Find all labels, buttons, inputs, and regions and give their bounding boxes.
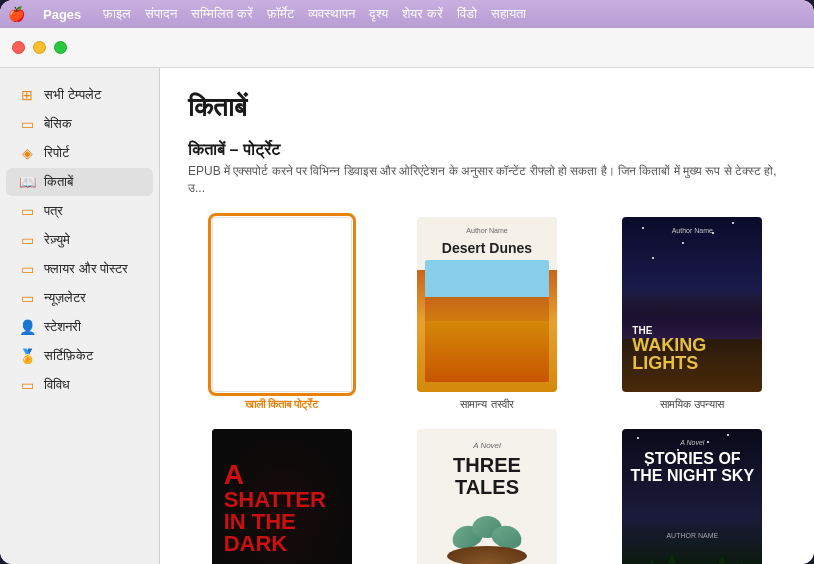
sidebar-label: किताबें [44,174,73,190]
menubar: 🍎 Pages फ़ाइल संपादन सम्मिलित करें फ़ॉर्… [0,0,814,28]
basic-icon: ▭ [18,115,36,133]
menu-arrange[interactable]: व्यवस्थापन [308,6,355,22]
stories-cover: A Novel STORIES OF THE NIGHT SKY AUTHOR [622,429,762,564]
sidebar-label: फ्लायर और पोस्टर [44,261,128,277]
svg-marker-2 [652,554,692,564]
menu-help[interactable]: सहायता [491,6,526,22]
desert-image [425,260,549,382]
template-thumb-three[interactable]: A Novel THREE TALES AUTHOR NAME [417,429,557,564]
sidebar-label: रेज़्युमे [44,232,70,248]
traffic-lights [12,41,67,54]
misc-icon: ▭ [18,376,36,394]
sidebar-item-report[interactable]: ◈ रिपोर्ट [6,139,153,167]
grid-icon: ⊞ [18,86,36,104]
flyer-icon: ▭ [18,260,36,278]
sidebar-label: स्टेशनरी [44,319,81,335]
book-icon: 📖 [18,173,36,191]
template-label-blank: खाली किताब पोर्ट्रेट [245,398,318,411]
waking-cover: Author Name THE WAKING [622,217,762,392]
shatter-dark: DARK [224,533,288,555]
section-description: EPUB में एक्सपोर्ट करने पर विभिन्न डिवाइ… [188,163,786,197]
sidebar-label: बेसिक [44,116,72,132]
template-item-stories[interactable]: A Novel STORIES OF THE NIGHT SKY AUTHOR [599,429,786,564]
waking-lights: LIGHTS [632,354,706,372]
sidebar-item-flyer[interactable]: ▭ फ्लायर और पोस्टर [6,255,153,283]
template-grid: खाली किताब पोर्ट्रेट Author Name Desert … [188,217,786,564]
waking-title: THE WAKING LIGHTS [632,325,706,372]
sidebar-label: सर्टिफ़िकेट [44,348,93,364]
template-item-blank[interactable]: खाली किताब पोर्ट्रेट [188,217,375,411]
fullscreen-button[interactable] [54,41,67,54]
svg-marker-1 [637,559,667,564]
close-button[interactable] [12,41,25,54]
letter-icon: ▭ [18,202,36,220]
app-name[interactable]: Pages [43,7,81,22]
shatter-shatter: SHATTER [224,489,326,511]
stationery-icon: 👤 [18,318,36,336]
template-label-waking: सामयिक उपन्यास [660,398,724,411]
desert-author: Author Name [425,227,549,234]
sidebar-item-basic[interactable]: ▭ बेसिक [6,110,153,138]
app-window: 🍎 Pages फ़ाइल संपादन सम्मिलित करें फ़ॉर्… [0,0,814,564]
nest [447,546,527,564]
content-area: किताबें किताबें – पोर्ट्रेट EPUB में एक्… [160,68,814,564]
template-item-waking[interactable]: Author Name THE WAKING [599,217,786,411]
report-icon: ◈ [18,144,36,162]
waking-the: THE [632,325,706,336]
sidebar-item-resume[interactable]: ▭ रेज़्युमे [6,226,153,254]
main-layout: ⊞ सभी टेम्पलेट ▭ बेसिक ◈ रिपोर्ट 📖 किताब… [0,68,814,564]
three-cover: A Novel THREE TALES AUTHOR NAME [417,429,557,564]
shatter-a: A [224,461,244,489]
sidebar-item-books[interactable]: 📖 किताबें [6,168,153,196]
template-thumb-desert[interactable]: Author Name Desert Dunes [417,217,557,392]
titlebar [0,28,814,68]
three-novel: A Novel [473,441,501,450]
sidebar-label: न्यूज़लेटर [44,290,86,306]
menu-file[interactable]: फ़ाइल [103,6,131,22]
menu-edit[interactable]: संपादन [145,6,177,22]
sidebar: ⊞ सभी टेम्पलेट ▭ बेसिक ◈ रिपोर्ट 📖 किताब… [0,68,160,564]
menu-view[interactable]: दृश्य [369,6,388,22]
template-thumb-stories[interactable]: A Novel STORIES OF THE NIGHT SKY AUTHOR [622,429,762,564]
template-item-shatter[interactable]: A SHATTER IN THE DARK AUTHOR NAME [188,429,375,564]
page-title: किताबें [188,92,786,123]
shatter-in: IN THE [224,511,296,533]
desert-title: Desert Dunes [425,240,549,256]
template-item-desert[interactable]: Author Name Desert Dunes सामान्य तस्वीर [393,217,580,411]
template-thumb-blank[interactable] [212,217,352,392]
minimize-button[interactable] [33,41,46,54]
blank-thumb [212,217,352,392]
template-thumb-shatter[interactable]: A SHATTER IN THE DARK AUTHOR NAME [212,429,352,564]
newsletter-icon: ▭ [18,289,36,307]
menu-window[interactable]: विंडो [457,6,477,22]
certificate-icon: 🏅 [18,347,36,365]
sidebar-label: रिपोर्ट [44,145,69,161]
sidebar-item-stationery[interactable]: 👤 स्टेशनरी [6,313,153,341]
template-label-desert: सामान्य तस्वीर [460,398,513,411]
waking-waking: WAKING [632,336,706,354]
menu-insert[interactable]: सम्मिलित करें [191,6,253,22]
sidebar-label: सभी टेम्पलेट [44,87,101,103]
template-item-three[interactable]: A Novel THREE TALES AUTHOR NAME [393,429,580,564]
three-eggs [447,506,527,564]
menu-format[interactable]: फ़ॉर्मेट [267,6,294,22]
sidebar-item-newsletter[interactable]: ▭ न्यूज़लेटर [6,284,153,312]
shatter-cover: A SHATTER IN THE DARK AUTHOR NAME [212,429,352,564]
desert-cover: Author Name Desert Dunes [417,217,557,392]
stories-author: AUTHOR NAME [666,532,718,539]
template-thumb-waking[interactable]: Author Name THE WAKING [622,217,762,392]
three-title: THREE TALES [425,454,549,498]
svg-marker-4 [702,556,742,564]
sidebar-item-letter[interactable]: ▭ पत्र [6,197,153,225]
section-title: किताबें – पोर्ट्रेट [188,141,786,159]
stories-stars [622,429,762,529]
stories-trees [622,544,762,564]
sidebar-item-all-templates[interactable]: ⊞ सभी टेम्पलेट [6,81,153,109]
menu-share[interactable]: शेयर करें [402,6,443,22]
sidebar-label: पत्र [44,203,63,219]
sidebar-item-certificate[interactable]: 🏅 सर्टिफ़िकेट [6,342,153,370]
sidebar-item-misc[interactable]: ▭ विविध [6,371,153,399]
sidebar-label: विविध [44,377,70,393]
resume-icon: ▭ [18,231,36,249]
apple-menu[interactable]: 🍎 [8,6,25,22]
